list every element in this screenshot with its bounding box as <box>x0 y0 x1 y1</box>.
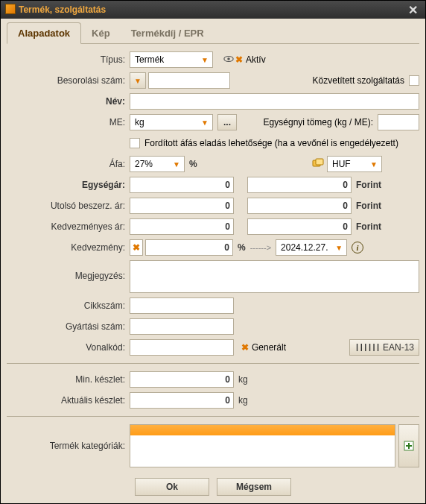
label-cikkszam: Cikkszám: <box>7 300 130 311</box>
tab-bar: Alapadatok Kép Termékdíj / EPR <box>7 23 419 44</box>
kedvezmeny-date[interactable]: 2024.12.27. ▼ <box>276 239 347 256</box>
label-gyartasi: Gyártási szám: <box>7 321 130 332</box>
egysegnyi-tomeg-input[interactable] <box>378 114 419 130</box>
kozvetitett-checkbox[interactable] <box>409 75 419 86</box>
chevron-down-icon: ▼ <box>171 160 182 168</box>
kedv-ar2-input[interactable] <box>247 218 352 235</box>
svg-rect-3 <box>316 159 323 165</box>
info-icon[interactable]: i <box>352 242 363 253</box>
cikkszam-input[interactable] <box>130 297 234 314</box>
label-generalt: Generált <box>252 342 286 353</box>
gyartasi-input[interactable] <box>130 318 234 335</box>
label-afa: Áfa: <box>7 159 130 169</box>
eye-icon <box>223 54 234 66</box>
currency-icon <box>312 158 324 171</box>
egysegar-input[interactable] <box>130 177 234 193</box>
ean13-button[interactable]: |||||| EAN-13 <box>349 339 419 356</box>
tipus-combo[interactable]: Termék ▼ <box>130 51 213 68</box>
kedv-ar-input[interactable] <box>130 218 234 235</box>
afa-combo[interactable]: 27% ▼ <box>130 156 185 172</box>
chevron-down-icon: ▼ <box>368 160 380 168</box>
me-unit-2: kg <box>238 395 248 406</box>
label-tipus: Típus: <box>7 54 130 65</box>
chevron-down-icon: ▼ <box>333 244 345 252</box>
currency-unit: Forint <box>356 221 381 232</box>
add-category-button[interactable] <box>398 424 419 467</box>
label-nev: Név: <box>7 96 130 107</box>
label-vonalkod: Vonalkód: <box>7 342 130 353</box>
label-aktualis-keszlet: Aktuális készlet: <box>7 395 130 406</box>
utolso2-input[interactable] <box>247 198 352 214</box>
label-aktiv: Aktív <box>246 54 266 65</box>
tab-kep[interactable]: Kép <box>81 23 121 43</box>
aktiv-checkbox[interactable]: ✖ <box>234 54 244 65</box>
kedvezmeny-input[interactable] <box>145 239 233 256</box>
me-combo[interactable]: kg ▼ <box>130 114 213 130</box>
label-min-keszlet: Min. készlet: <box>7 374 130 385</box>
megjegyzes-input[interactable] <box>130 260 419 293</box>
percent-label: % <box>189 159 197 169</box>
label-forditott-afa: Fordított áfás eladás lehetősége (ha a v… <box>144 138 398 148</box>
currency-unit: Forint <box>356 180 381 190</box>
chevron-down-icon: ▼ <box>199 119 211 127</box>
me-details-button[interactable]: ... <box>217 114 237 130</box>
besorolasi-menu-button[interactable]: ▼ <box>130 72 146 89</box>
window-title: Termék, szolgáltatás <box>19 4 106 15</box>
generalt-checkbox[interactable]: ✖ <box>240 342 250 353</box>
utolso-input[interactable] <box>130 198 234 214</box>
label-kedvezmeny: Kedvezmény: <box>7 242 130 253</box>
aktualis-keszlet-input[interactable] <box>130 392 234 409</box>
list-selection <box>130 425 395 435</box>
forditott-afa-checkbox[interactable] <box>130 138 140 148</box>
min-keszlet-input[interactable] <box>130 371 234 388</box>
percent-label-2: % <box>238 242 246 253</box>
currency-combo[interactable]: HUF ▼ <box>327 156 382 172</box>
besorolasi-input[interactable] <box>148 72 230 89</box>
vonalkod-input[interactable] <box>130 339 234 356</box>
label-egysegar: Egységár: <box>7 180 130 190</box>
ok-button[interactable]: Ok <box>135 478 209 496</box>
chevron-down-icon: ▼ <box>199 56 211 64</box>
dialog-window: Termék, szolgáltatás ✕ Alapadatok Kép Te… <box>0 0 426 504</box>
cancel-button[interactable]: Mégsem <box>217 478 291 496</box>
close-icon[interactable]: ✕ <box>405 3 421 17</box>
barcode-icon: |||||| <box>355 343 380 352</box>
arrow-to: ------> <box>250 243 271 252</box>
title-bar: Termék, szolgáltatás ✕ <box>1 1 425 19</box>
egysegar2-input[interactable] <box>247 177 352 193</box>
currency-unit: Forint <box>356 201 381 211</box>
tab-termekdij[interactable]: Termékdíj / EPR <box>121 23 214 43</box>
kategoriak-list[interactable] <box>130 424 395 467</box>
label-utolso: Utolsó beszerz. ár: <box>7 201 130 211</box>
label-egysegnyi-tomeg: Egységnyi tömeg (kg / ME): <box>237 117 378 127</box>
label-kategoriak: Termék kategóriák: <box>7 441 130 451</box>
label-me: ME: <box>7 117 130 127</box>
nev-input[interactable] <box>130 93 419 110</box>
tab-alapadatok[interactable]: Alapadatok <box>7 22 81 44</box>
svg-point-1 <box>227 57 230 60</box>
label-megjegyzes: Megjegyzés: <box>7 260 130 281</box>
label-besorolasi: Besorolási szám: <box>7 75 130 86</box>
me-unit-1: kg <box>238 374 248 385</box>
label-kozvetitett: Közvetített szolgáltatás <box>313 75 404 86</box>
kedvezmeny-toggle[interactable]: ✖ <box>130 239 143 256</box>
label-kedvezmenyes: Kedvezményes ár: <box>7 221 130 232</box>
app-icon <box>5 4 16 16</box>
